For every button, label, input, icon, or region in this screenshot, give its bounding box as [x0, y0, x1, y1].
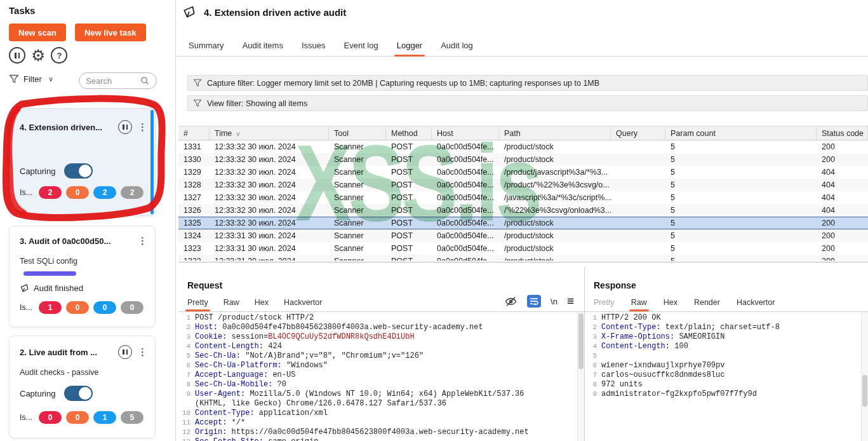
- tasks-title: Tasks: [9, 5, 35, 16]
- issues-info-badge: 1: [93, 411, 116, 424]
- column-header-tool[interactable]: Tool: [329, 126, 386, 140]
- filter-funnel-icon: [193, 99, 202, 107]
- horizontal-splitter[interactable]: [178, 262, 868, 262]
- issues-label: Is...: [20, 188, 32, 197]
- column-header-method[interactable]: Method: [386, 126, 432, 140]
- response-editor[interactable]: 1HTTP/2 200 OK2Content-Type: text/plain;…: [585, 312, 860, 441]
- column-header-param-count[interactable]: Param count: [665, 126, 817, 140]
- response-tab-render[interactable]: Render: [694, 298, 720, 311]
- log-row-1325[interactable]: 132512:33:32 30 июл. 2024ScannerPOST0a0c…: [178, 217, 868, 229]
- task-4-capturing-toggle[interactable]: [64, 163, 93, 179]
- column-header-path[interactable]: Path: [499, 126, 611, 140]
- filter-funnel-icon[interactable]: [9, 74, 19, 84]
- request-panel: Request PrettyRawHexHackvertor \n ≡ 1POS…: [178, 267, 584, 441]
- issues-high-badge: 2: [39, 186, 62, 199]
- task-card-3[interactable]: 3. Audit of 0a0c00d50... ⋮ Test SQLi con…: [9, 226, 156, 327]
- audit-progress-bar: [23, 271, 76, 276]
- request-tab-hackvertor[interactable]: Hackvertor: [284, 298, 322, 311]
- task-4-title: 4. Extension driven...: [20, 123, 118, 132]
- view-filter-bar[interactable]: View filter: Showing all items: [187, 95, 868, 111]
- request-editor[interactable]: 1POST /product/stock HTTP/22Host: 0a0c00…: [178, 312, 577, 441]
- tab-summary[interactable]: Summary: [187, 41, 225, 56]
- issues-other-badge: 0: [121, 301, 144, 314]
- column-header--[interactable]: #: [178, 126, 210, 140]
- new-scan-button[interactable]: New scan: [9, 24, 66, 41]
- search-icon: [140, 76, 149, 85]
- task-3-menu-icon[interactable]: ⋮: [138, 235, 147, 247]
- tab-event-log[interactable]: Event log: [343, 41, 380, 56]
- task-controls-row: ⚙ ?: [9, 47, 67, 64]
- log-row-1324[interactable]: 132412:33:31 30 июл. 2024ScannerPOST0a0c…: [178, 229, 868, 242]
- capturing-label: Capturing: [20, 166, 55, 176]
- task-3-subtitle: Test SQLi config: [20, 257, 77, 266]
- filter-label[interactable]: Filter: [23, 74, 42, 84]
- search-input[interactable]: [86, 76, 140, 86]
- logger-table-header: #Time∨ToolMethodHostPathQueryParam count…: [178, 126, 868, 140]
- task-2-pause-icon[interactable]: [118, 345, 132, 359]
- task-2-menu-icon[interactable]: ⋮: [138, 346, 147, 358]
- response-panel: Response PrettyRawHexRenderHackvertor 1H…: [585, 267, 868, 441]
- log-row-1330[interactable]: 133012:33:32 30 июл. 2024ScannerPOST0a0c…: [178, 153, 868, 166]
- response-tab-pretty[interactable]: Pretty: [594, 298, 615, 311]
- task-buttons-row: New scan New live task: [9, 24, 146, 41]
- capture-filter-bar[interactable]: Capture filter: Logger memory limit set …: [187, 75, 868, 91]
- issues-label: Is...: [20, 303, 32, 312]
- filter-chevron-down-icon[interactable]: ∨: [48, 75, 53, 83]
- request-editor-tools: \n ≡: [504, 295, 574, 308]
- logger-table: #Time∨ToolMethodHostPathQueryParam count…: [178, 126, 868, 261]
- column-header-time[interactable]: Time∨: [210, 126, 329, 140]
- tab-issues[interactable]: Issues: [300, 41, 327, 56]
- task-4-pause-icon[interactable]: [118, 120, 132, 134]
- response-scrollbar[interactable]: [861, 312, 868, 441]
- task-card-4[interactable]: 4. Extension driven... ⋮ Capturing Is...…: [9, 108, 156, 216]
- task-3-status: Audit finished: [34, 283, 83, 293]
- pause-all-tasks-icon[interactable]: [9, 47, 25, 64]
- new-live-task-button[interactable]: New live task: [75, 24, 146, 41]
- tab-logger[interactable]: Logger: [396, 41, 424, 56]
- log-row-1331[interactable]: 133112:33:32 30 июл. 2024ScannerPOST0a0c…: [178, 140, 868, 153]
- issues-info-badge: 0: [93, 301, 116, 314]
- sort-down-icon: ∨: [236, 130, 240, 137]
- column-header-query[interactable]: Query: [611, 126, 665, 140]
- issues-medium-badge: 0: [66, 411, 89, 424]
- log-row-1326[interactable]: 132612:33:32 30 июл. 2024ScannerPOST0a0c…: [178, 204, 868, 217]
- response-tab-hackvertor[interactable]: Hackvertor: [737, 298, 775, 311]
- burp-logo-icon: [182, 5, 196, 19]
- request-tab-pretty[interactable]: Pretty: [187, 298, 208, 311]
- word-wrap-toggle-icon[interactable]: [527, 295, 541, 308]
- log-row-1327[interactable]: 132712:33:32 30 июл. 2024ScannerPOST0a0c…: [178, 191, 868, 204]
- log-row-1328[interactable]: 132812:33:32 30 июл. 2024ScannerPOST0a0c…: [178, 179, 868, 191]
- request-scrollbar[interactable]: [577, 312, 584, 441]
- request-tab-hex[interactable]: Hex: [255, 298, 269, 311]
- capture-filter-text: Capture filter: Logger memory limit set …: [207, 79, 599, 88]
- log-row-1322[interactable]: 132212:33:31 30 июл. 2024ScannerPOST0a0c…: [178, 255, 868, 261]
- task-2-capturing-toggle[interactable]: [64, 386, 93, 401]
- view-filter-text: View filter: Showing all items: [207, 99, 307, 108]
- issues-medium-badge: 0: [66, 186, 89, 199]
- audit-task-view: 4. Extension driven active audit Summary…: [176, 0, 868, 441]
- response-tab-raw[interactable]: Raw: [631, 298, 647, 311]
- task-card-2[interactable]: 2. Live audit from ... ⋮ Audit checks - …: [9, 336, 156, 438]
- tasks-sidebar: Tasks New scan New live task ⚙ ? Filter …: [0, 0, 176, 441]
- column-header-status-code[interactable]: Status code: [817, 126, 868, 140]
- selected-task-indicator: [150, 110, 154, 214]
- capturing-label: Capturing: [20, 389, 55, 398]
- task-4-menu-icon[interactable]: ⋮: [138, 121, 147, 133]
- help-icon[interactable]: ?: [51, 47, 67, 64]
- request-tab-raw[interactable]: Raw: [224, 298, 239, 311]
- tab-audit-log[interactable]: Audit log: [439, 41, 474, 56]
- issues-label: Is...: [20, 413, 32, 422]
- issues-other-badge: 5: [121, 411, 144, 424]
- log-row-1323[interactable]: 132312:33:31 30 июл. 2024ScannerPOST0a0c…: [178, 242, 868, 255]
- response-tab-hex[interactable]: Hex: [664, 298, 678, 311]
- editor-menu-icon[interactable]: ≡: [567, 295, 574, 307]
- column-header-host[interactable]: Host: [432, 126, 499, 140]
- tab-audit-items[interactable]: Audit items: [241, 41, 284, 56]
- hide-eye-icon[interactable]: [504, 295, 517, 308]
- issues-high-badge: 1: [39, 301, 62, 314]
- task-2-issue-badges: Is... 0015: [20, 411, 144, 424]
- task-settings-gear-icon[interactable]: ⚙: [31, 47, 45, 64]
- log-row-1329[interactable]: 132912:33:32 30 июл. 2024ScannerPOST0a0c…: [178, 166, 868, 179]
- show-newlines-icon[interactable]: \n: [551, 297, 558, 306]
- page-title: 4. Extension driven active audit: [204, 7, 346, 18]
